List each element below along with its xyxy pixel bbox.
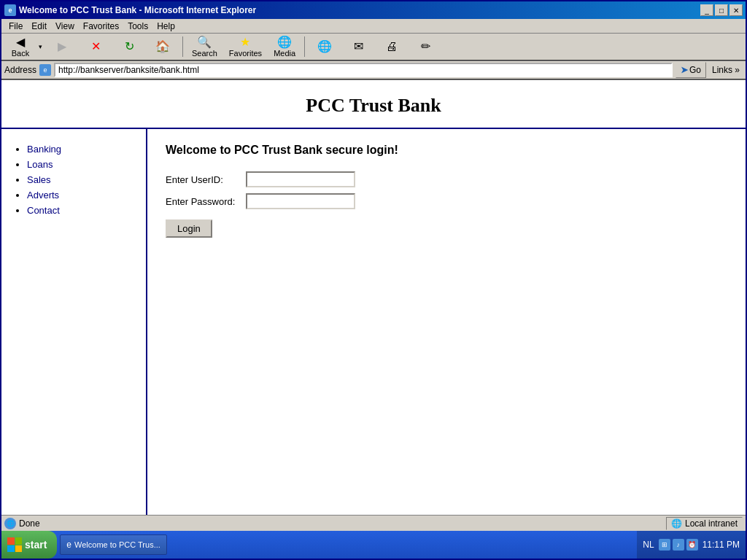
menu-file[interactable]: File (4, 20, 27, 32)
mail-icon: ✉ (354, 41, 363, 52)
password-label: Enter Password: (166, 196, 246, 207)
status-left: 🌐 Done (4, 518, 40, 529)
menu-favorites[interactable]: Favorites (79, 20, 123, 32)
status-text: Done (19, 518, 40, 529)
userid-label: Enter UserID: (166, 174, 246, 185)
title-bar: e Welcome to PCC Trust Bank - Microsoft … (1, 1, 746, 19)
tray-clock-icon: ⏰ (686, 539, 698, 551)
status-globe-icon: 🌐 (4, 518, 16, 529)
login-button[interactable]: Login (166, 219, 212, 238)
nav-link-contact[interactable]: Contact (27, 205, 60, 216)
minimize-button[interactable]: _ (700, 4, 713, 16)
sidebar: Banking Loans Sales Adverts Contact (1, 129, 147, 515)
tray-icons: ⊞ ♪ ⏰ (659, 539, 698, 551)
status-intranet-panel: 🌐 Local intranet (666, 517, 743, 530)
address-input[interactable] (54, 63, 673, 77)
forward-icon: ▶ (58, 41, 66, 52)
go-label: Go (689, 65, 701, 75)
search-icon: 🔍 (197, 36, 212, 48)
password-input[interactable] (246, 193, 355, 209)
history-icon: 🌐 (317, 41, 332, 52)
forward-button[interactable]: ▶ (46, 35, 78, 58)
taskbar-right: NL ⊞ ♪ ⏰ 11:11 PM (637, 531, 746, 559)
links-button[interactable]: Links » (709, 64, 743, 76)
taskbar-task-icon: e (66, 540, 71, 550)
nav-link-sales[interactable]: Sales (27, 174, 51, 185)
taskbar-time: 11:11 PM (703, 540, 740, 550)
media-button[interactable]: 🌐 Media (268, 35, 301, 58)
stop-button[interactable]: ✕ (80, 35, 112, 58)
print-button[interactable]: 🖨 (376, 35, 408, 58)
page-content: PCC Trust Bank Banking Loans Sales Adver… (1, 80, 746, 515)
close-button[interactable]: ✕ (729, 4, 743, 16)
address-favicon: e (39, 64, 51, 76)
nav-item-adverts: Adverts (27, 190, 135, 201)
menu-bar: File Edit View Favorites Tools Help (1, 19, 746, 34)
address-bar: Address e ➤ Go Links » (1, 61, 746, 80)
print-icon: 🖨 (386, 41, 398, 52)
window-title: Welcome to PCC Trust Bank - Microsoft In… (19, 5, 256, 15)
intranet-label: Local intranet (685, 518, 738, 529)
intranet-icon: 🌐 (671, 518, 682, 529)
taskbar: start e Welcome to PCC Trus... NL ⊞ ♪ ⏰ … (1, 531, 746, 559)
status-bar: 🌐 Done 🌐 Local intranet (1, 515, 746, 531)
stop-icon: ✕ (91, 41, 101, 52)
page-title: PCC Trust Bank (1, 95, 746, 117)
edit-icon: ✏ (421, 41, 430, 52)
go-arrow-icon: ➤ (681, 65, 688, 75)
nav-item-sales: Sales (27, 174, 135, 185)
taskbar-tasks: e Welcome to PCC Trus... (57, 534, 637, 555)
favorites-icon: ★ (240, 36, 250, 48)
favorites-button[interactable]: ★ Favorites (224, 35, 267, 58)
welcome-message: Welcome to PCC Trust Bank secure login! (166, 144, 727, 157)
back-icon: ◀ (16, 36, 25, 48)
start-button[interactable]: start (1, 531, 57, 559)
go-button[interactable]: ➤ Go (676, 62, 706, 78)
refresh-button[interactable]: ↻ (113, 35, 145, 58)
search-button[interactable]: 🔍 Search (187, 35, 222, 58)
window-controls: _ □ ✕ (700, 4, 743, 16)
refresh-icon: ↻ (125, 41, 134, 52)
favorites-label: Favorites (229, 49, 262, 58)
back-button[interactable]: ◀ Back (4, 35, 36, 58)
menu-view[interactable]: View (51, 20, 79, 32)
address-label: Address (4, 65, 36, 75)
taskbar-task-label: Welcome to PCC Trus... (74, 540, 160, 549)
nav-link-loans[interactable]: Loans (27, 159, 53, 170)
menu-help[interactable]: Help (152, 20, 179, 32)
nav-link-adverts[interactable]: Adverts (27, 190, 59, 201)
windows-logo (7, 537, 22, 552)
history-button[interactable]: 🌐 (309, 35, 341, 58)
nav-item-contact: Contact (27, 205, 135, 216)
userid-row: Enter UserID: (166, 171, 727, 187)
taskbar-lang: NL (643, 540, 654, 550)
page-body: Banking Loans Sales Adverts Contact (1, 129, 746, 515)
toolbar: ◀ Back ▾ ▶ ✕ ↻ 🏠 🔍 Search ★ Favorites 🌐 … (1, 34, 746, 61)
toolbar-separator-1 (182, 36, 183, 57)
nav-list: Banking Loans Sales Adverts Contact (12, 144, 135, 216)
menu-edit[interactable]: Edit (27, 20, 51, 32)
nav-item-banking: Banking (27, 144, 135, 155)
status-right: 🌐 Local intranet (666, 517, 743, 530)
nav-link-banking[interactable]: Banking (27, 144, 61, 155)
back-arrow[interactable]: ▾ (36, 35, 44, 58)
start-label: start (25, 539, 47, 551)
edit-button[interactable]: ✏ (409, 35, 441, 58)
mail-button[interactable]: ✉ (342, 35, 374, 58)
tray-network-icon: ⊞ (659, 539, 670, 551)
home-button[interactable]: 🏠 (147, 35, 179, 58)
media-label: Media (274, 49, 295, 58)
taskbar-task-ie[interactable]: e Welcome to PCC Trus... (60, 534, 166, 555)
nav-item-loans: Loans (27, 159, 135, 170)
maximize-button[interactable]: □ (715, 4, 728, 16)
search-label: Search (192, 49, 217, 58)
main-content: Welcome to PCC Trust Bank secure login! … (147, 129, 746, 515)
page-header: PCC Trust Bank (1, 80, 746, 129)
window-icon: e (4, 4, 16, 16)
menu-tools[interactable]: Tools (123, 20, 152, 32)
userid-input[interactable] (246, 171, 355, 187)
password-row: Enter Password: (166, 193, 727, 209)
back-label: Back (12, 49, 29, 58)
toolbar-separator-2 (304, 36, 305, 57)
home-icon: 🏠 (155, 41, 170, 52)
